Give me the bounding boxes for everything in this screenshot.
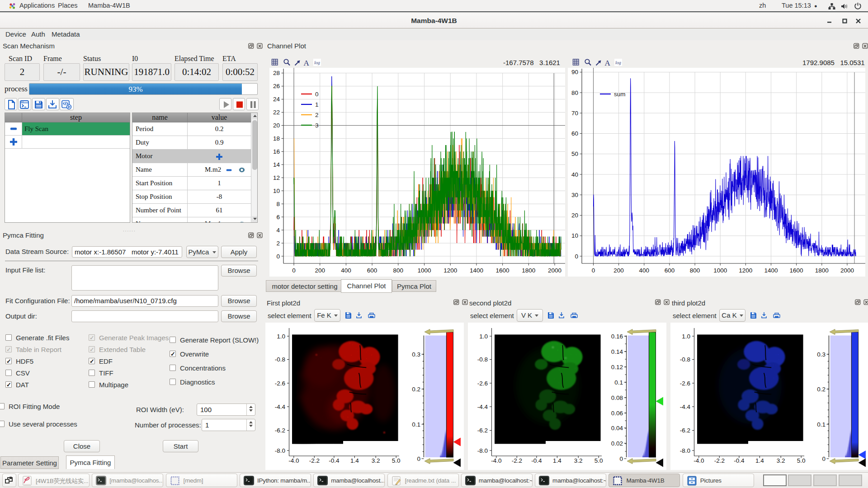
svg-text:800: 800	[393, 267, 404, 274]
svg-text:800: 800	[690, 267, 700, 274]
svg-text:1.4: 1.4	[553, 457, 561, 464]
svg-text:-8.0: -8.0	[680, 447, 690, 454]
svg-text:-6.2: -6.2	[477, 427, 488, 434]
svg-text:0: 0	[315, 91, 319, 98]
svg-text:-0.8: -0.8	[680, 356, 690, 363]
svg-text:60: 60	[571, 130, 578, 137]
svg-text:14: 14	[273, 161, 280, 168]
svg-text:6: 6	[276, 214, 280, 221]
svg-text:16: 16	[273, 148, 280, 155]
svg-text:0.3: 0.3	[412, 351, 420, 358]
svg-text:-2.2: -2.2	[512, 457, 522, 464]
svg-text:-8.0: -8.0	[477, 447, 488, 454]
svg-text:1200: 1200	[739, 267, 752, 274]
svg-text:20: 20	[273, 122, 280, 129]
svg-text:8: 8	[276, 201, 280, 207]
svg-text:24: 24	[273, 96, 280, 103]
svg-text:3.2: 3.2	[777, 457, 785, 464]
svg-text:0.2: 0.2	[412, 386, 420, 393]
svg-text:-0.4: -0.4	[329, 457, 340, 464]
svg-text:40: 40	[571, 171, 578, 178]
svg-text:200: 200	[613, 267, 624, 274]
svg-text:50: 50	[571, 150, 578, 157]
svg-text:0: 0	[276, 253, 280, 260]
svg-text:0.04: 0.04	[611, 425, 623, 432]
svg-text:-4.4: -4.4	[477, 404, 488, 410]
svg-text:-4.0: -4.0	[693, 457, 704, 464]
svg-text:2000: 2000	[548, 267, 561, 274]
svg-text:1000: 1000	[713, 267, 727, 274]
svg-text:1.4: 1.4	[755, 457, 764, 464]
svg-text:0.14: 0.14	[611, 348, 623, 355]
svg-text:1200: 1200	[443, 267, 457, 274]
svg-text:-0.4: -0.4	[734, 457, 745, 464]
svg-text:-6.2: -6.2	[275, 427, 285, 434]
svg-text:0: 0	[417, 455, 420, 462]
svg-text:3.2: 3.2	[372, 457, 380, 464]
svg-text:-8.0: -8.0	[275, 447, 285, 454]
svg-text:1000: 1000	[417, 267, 431, 274]
svg-text:0: 0	[575, 253, 578, 260]
svg-text:26: 26	[273, 83, 280, 89]
svg-text:sum: sum	[614, 91, 626, 98]
svg-text:400: 400	[639, 267, 650, 274]
svg-text:1.4: 1.4	[350, 457, 359, 464]
svg-text:0: 0	[619, 455, 623, 462]
svg-text:-2.2: -2.2	[309, 457, 320, 464]
svg-text:1: 1	[315, 101, 319, 108]
svg-text:0: 0	[592, 267, 595, 274]
svg-text:1.0: 1.0	[479, 333, 488, 340]
svg-text:-4.0: -4.0	[491, 457, 501, 464]
svg-text:4: 4	[276, 227, 280, 234]
svg-text:90: 90	[571, 69, 578, 75]
svg-text:1.0: 1.0	[277, 333, 285, 340]
svg-text:-2.6: -2.6	[477, 380, 488, 387]
svg-text:-4.0: -4.0	[288, 457, 299, 464]
svg-text:28: 28	[273, 70, 280, 76]
svg-text:1800: 1800	[522, 267, 535, 274]
svg-text:-2.6: -2.6	[275, 380, 285, 387]
svg-text:-0.8: -0.8	[477, 356, 488, 363]
svg-text:3.2: 3.2	[574, 457, 583, 464]
svg-text:30: 30	[571, 192, 578, 198]
svg-text:0.02: 0.02	[611, 440, 623, 447]
svg-text:3: 3	[315, 122, 319, 129]
svg-text:600: 600	[367, 267, 377, 274]
svg-text:-2.6: -2.6	[680, 380, 690, 387]
svg-text:0.1: 0.1	[817, 421, 826, 428]
svg-text:0.12: 0.12	[611, 364, 623, 371]
svg-text:200: 200	[315, 267, 325, 274]
svg-text:1600: 1600	[790, 267, 803, 274]
svg-text:10: 10	[571, 232, 578, 239]
svg-text:400: 400	[341, 267, 351, 274]
svg-text:0.08: 0.08	[611, 394, 623, 401]
svg-text:0.1: 0.1	[412, 421, 420, 428]
svg-text:20: 20	[571, 212, 578, 219]
svg-text:0.2: 0.2	[817, 386, 826, 393]
svg-text:600: 600	[665, 267, 675, 274]
svg-text:0.06: 0.06	[611, 410, 623, 417]
svg-text:70: 70	[571, 110, 578, 117]
svg-text:0: 0	[822, 455, 826, 462]
svg-text:2: 2	[276, 240, 280, 247]
svg-text:1.0: 1.0	[682, 333, 690, 340]
svg-text:-4.4: -4.4	[275, 404, 286, 410]
svg-text:0.1: 0.1	[614, 379, 623, 386]
svg-text:10: 10	[273, 188, 280, 194]
svg-text:-2.2: -2.2	[714, 457, 725, 464]
svg-text:1400: 1400	[470, 267, 483, 274]
svg-text:2: 2	[315, 112, 319, 118]
svg-text:0: 0	[292, 267, 296, 274]
svg-text:log: log	[615, 60, 621, 65]
svg-text:-0.8: -0.8	[275, 356, 285, 363]
svg-text:12: 12	[273, 174, 280, 181]
svg-text:80: 80	[571, 89, 578, 96]
svg-text:18: 18	[273, 135, 280, 142]
svg-text:1600: 1600	[496, 267, 509, 274]
svg-text:1800: 1800	[815, 267, 829, 274]
svg-text:1400: 1400	[764, 267, 778, 274]
svg-text:0.3: 0.3	[817, 351, 826, 358]
svg-text:A: A	[304, 59, 310, 67]
svg-text:log: log	[314, 60, 320, 65]
svg-text:-0.4: -0.4	[531, 457, 542, 464]
